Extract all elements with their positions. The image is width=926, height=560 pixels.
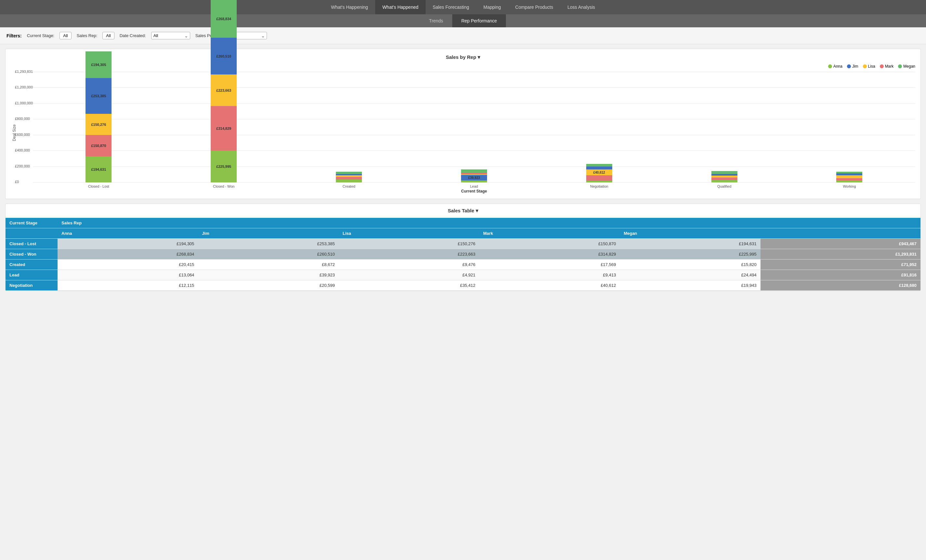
bar-segment-megan-won: £268,834 xyxy=(211,0,237,38)
sales-rep-filter[interactable]: All xyxy=(103,32,114,39)
table-title[interactable]: Sales Table ▾ xyxy=(6,204,920,218)
bar-closed-lost: £194,631 £150,870 £150,276 £253,385 £194… xyxy=(79,51,118,182)
tab-rep-performance[interactable]: Rep Performance xyxy=(452,14,506,27)
x-label-qualified: Qualified xyxy=(705,185,744,188)
col-sub-lisa: Lisa xyxy=(339,228,479,239)
bar-segment-megan-work xyxy=(836,172,862,173)
nav-compare-products[interactable]: Compare Products xyxy=(508,0,561,14)
bar-segment-jim-lead: £39,923 xyxy=(461,175,487,180)
table-row-negotiation: Negotiation £12,115 £20,599 £35,412 £40,… xyxy=(6,280,920,291)
cell-jim-lost: £253,385 xyxy=(198,239,339,249)
filters-bar: Filters: Current Stage: All Sales Rep: A… xyxy=(0,27,926,44)
cell-jim-neg: £20,599 xyxy=(198,280,339,291)
x-label-working: Working xyxy=(830,185,869,188)
bar-segment-mark-work xyxy=(836,178,862,180)
date-created-filter[interactable]: All xyxy=(151,32,190,39)
nav-sales-forecasting[interactable]: Sales Forecasting xyxy=(426,0,476,14)
chart-area: Deal Size £1,293,831 £1,200,000 £1,000,0… xyxy=(11,72,915,194)
bar-segment-mark-won: £314,829 xyxy=(211,106,237,151)
bar-segment-jim-won: £260,510 xyxy=(211,38,237,74)
current-stage-filter[interactable]: All xyxy=(59,32,71,39)
legend-megan: Megan xyxy=(898,64,915,69)
cell-mark-lead: £9,413 xyxy=(479,270,620,280)
legend-label-mark: Mark xyxy=(885,64,894,69)
top-navigation: What's Happening What's Happened Sales F… xyxy=(0,0,926,14)
row-stage-closed-lost: Closed - Lost xyxy=(6,239,57,249)
legend-dot-lisa xyxy=(863,64,867,68)
bar-segment-anna-work xyxy=(836,180,862,182)
nav-whats-happening[interactable]: What's Happening xyxy=(324,0,375,14)
table-row-closed-lost: Closed - Lost £194,305 £253,385 £150,276… xyxy=(6,239,920,249)
row-stage-negotiation: Negotiation xyxy=(6,280,57,291)
table-card: Sales Table ▾ Current Stage Sales Rep An… xyxy=(5,204,921,291)
cell-lisa-created: £9,476 xyxy=(339,259,479,270)
legend-dot-megan xyxy=(898,64,902,68)
bar-segment-anna-lead xyxy=(461,180,487,182)
bar-segment-anna-neg xyxy=(586,181,612,182)
sales-rep-label: Sales Rep: xyxy=(77,33,98,38)
chart-legend: Anna Jim Lisa Mark Megan xyxy=(11,64,915,69)
col-header-current-stage: Current Stage xyxy=(6,218,57,228)
filters-label: Filters: xyxy=(6,33,22,38)
x-label-closed-lost: Closed - Lost xyxy=(79,185,118,188)
legend-mark: Mark xyxy=(880,64,894,69)
nav-mapping[interactable]: Mapping xyxy=(476,0,508,14)
date-created-wrapper: All xyxy=(151,32,190,39)
col-sub-jim: Jim xyxy=(198,228,339,239)
legend-anna: Anna xyxy=(828,64,843,69)
bars-container: £194,631 £150,870 £150,276 £253,385 £194… xyxy=(33,72,915,182)
bar-working xyxy=(830,172,869,182)
cell-lisa-neg: £35,412 xyxy=(339,280,479,291)
bar-segment-lisa-work xyxy=(836,175,862,178)
current-stage-label: Current Stage: xyxy=(27,33,54,38)
cell-megan-lead: £24,494 xyxy=(620,270,760,280)
chart-title[interactable]: Sales by Rep ▾ xyxy=(11,54,915,60)
legend-dot-jim xyxy=(847,64,851,68)
cell-mark-lost: £150,870 xyxy=(479,239,620,249)
bar-segment-megan-qual xyxy=(711,171,737,174)
cell-total-neg: £128,680 xyxy=(761,280,920,291)
row-stage-created: Created xyxy=(6,259,57,270)
sub-navigation: Trends Rep Performance xyxy=(0,14,926,27)
grid-label-4: £600,000 xyxy=(15,133,30,136)
bar-segment-jim-neg xyxy=(586,166,612,170)
cell-jim-created: £8,672 xyxy=(198,259,339,270)
grid-label-7: £0 xyxy=(15,180,19,184)
bar-lead: £39,923 xyxy=(455,170,493,182)
nav-loss-analysis[interactable]: Loss Analysis xyxy=(560,0,602,14)
bar-segment-lisa-created xyxy=(336,175,362,177)
x-axis: Closed - Lost Closed - Won Created Lead … xyxy=(17,182,915,188)
nav-whats-happened[interactable]: What's Happened xyxy=(375,0,426,14)
bar-segment-lisa-lead xyxy=(461,174,487,175)
cell-megan-created: £15,820 xyxy=(620,259,760,270)
grid-label-5: £400,000 xyxy=(15,148,30,152)
cell-total-lost: £943,467 xyxy=(761,239,920,249)
x-label-lead: Lead xyxy=(455,185,493,188)
table-row-closed-won: Closed - Won £268,834 £260,510 £223,663 … xyxy=(6,249,920,259)
bar-segment-mark-lost: £150,870 xyxy=(86,135,112,156)
bar-segment-anna-lost: £194,631 xyxy=(86,156,112,182)
cell-mark-neg: £40,612 xyxy=(479,280,620,291)
bar-segment-jim-qual xyxy=(711,174,737,176)
legend-label-megan: Megan xyxy=(903,64,915,69)
tab-trends[interactable]: Trends xyxy=(420,14,452,27)
x-label-negotiation: Negotiation xyxy=(580,185,619,188)
col-sub-anna: Anna xyxy=(57,228,198,239)
legend-label-jim: Jim xyxy=(852,64,858,69)
col-sub-mark: Mark xyxy=(479,228,620,239)
grid-label-3: £800,000 xyxy=(15,117,30,121)
bar-segment-anna-won: £225,995 xyxy=(211,151,237,182)
bar-segment-mark-neg xyxy=(586,175,612,181)
grid-label-0: £1,293,831 xyxy=(15,70,33,74)
cell-anna-created: £20,415 xyxy=(57,259,198,270)
grid-label-2: £1,000,000 xyxy=(15,101,33,105)
bar-created xyxy=(329,172,368,182)
cell-mark-won: £314,829 xyxy=(479,249,620,259)
cell-anna-neg: £12,115 xyxy=(57,280,198,291)
legend-jim: Jim xyxy=(847,64,858,69)
bar-segment-megan-created xyxy=(336,172,362,174)
legend-dot-anna xyxy=(828,64,832,68)
cell-megan-won: £225,995 xyxy=(620,249,760,259)
legend-label-anna: Anna xyxy=(833,64,843,69)
chart-grid: £1,293,831 £1,200,000 £1,000,000 £800,00… xyxy=(17,72,915,182)
